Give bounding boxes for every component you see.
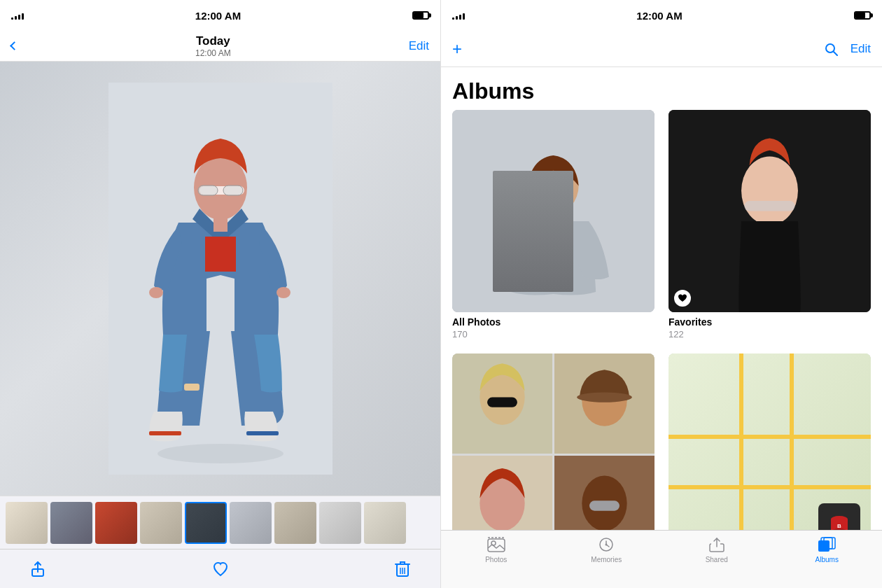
person-thumb-1 <box>452 354 552 454</box>
back-button[interactable] <box>11 43 18 49</box>
tab-shared[interactable]: Shared <box>692 536 741 564</box>
album-thumb-favorites[interactable] <box>668 110 871 312</box>
album-thumb-people[interactable] <box>452 354 654 530</box>
nav-subtitle: 12:00 AM <box>195 48 231 58</box>
left-panel: 12:00 AM Today 12:00 AM Edit <box>0 0 441 588</box>
svg-point-12 <box>276 287 290 298</box>
status-right-right <box>854 11 871 20</box>
tab-photos[interactable]: Photos <box>472 536 521 564</box>
album-places[interactable]: B Places 96 <box>668 354 871 530</box>
status-bar-left: 12:00 AM <box>0 0 440 31</box>
albums-title-section: Albums <box>441 67 882 110</box>
signal-icon-right <box>452 11 465 20</box>
thumbnail-7[interactable] <box>274 502 316 544</box>
add-button[interactable]: + <box>452 39 462 59</box>
delete-button[interactable] <box>393 559 412 579</box>
svg-point-18 <box>826 44 834 52</box>
battery-icon-left <box>412 11 429 20</box>
albums-page-title: Albums <box>452 78 871 104</box>
thumbnail-6[interactable] <box>230 502 272 544</box>
status-right-left <box>452 11 465 20</box>
tab-memories-label: Memories <box>591 556 622 564</box>
nav-title-group: Today 12:00 AM <box>195 34 231 58</box>
album-all-photos[interactable]: All Photos 170 <box>452 110 654 340</box>
album-favorites[interactable]: Favorites 122 <box>668 110 871 340</box>
status-time-left: 12:00 AM <box>195 10 241 22</box>
battery-icon-right <box>854 11 871 20</box>
tab-shared-label: Shared <box>706 556 728 564</box>
main-photo-area <box>0 62 440 496</box>
status-right-left <box>412 11 429 20</box>
svg-rect-35 <box>589 500 620 510</box>
like-button[interactable] <box>211 559 230 579</box>
thumbnail-9[interactable] <box>364 502 406 544</box>
search-button[interactable] <box>824 42 838 56</box>
search-icon <box>824 42 838 56</box>
places-map: B <box>668 354 871 530</box>
person-thumb-3 <box>452 456 552 530</box>
albums-edit-button[interactable]: Edit <box>850 42 871 56</box>
heart-filled-icon <box>678 294 687 302</box>
svg-rect-9 <box>246 431 279 435</box>
svg-rect-6 <box>214 218 227 232</box>
svg-rect-8 <box>149 431 181 435</box>
svg-rect-24 <box>744 201 794 211</box>
tab-photos-label: Photos <box>485 556 507 564</box>
thumbnail-4[interactable] <box>140 502 182 544</box>
tab-albums[interactable]: Albums <box>802 536 851 564</box>
albums-scroll[interactable]: All Photos 170 <box>441 110 882 530</box>
svg-point-30 <box>577 392 632 402</box>
thumbnail-8[interactable] <box>319 502 361 544</box>
svg-point-11 <box>149 287 163 298</box>
share-button[interactable] <box>28 559 48 579</box>
thumbnail-5[interactable] <box>185 502 227 544</box>
bottom-toolbar-left <box>0 549 440 588</box>
tab-memories[interactable]: Memories <box>582 536 631 564</box>
thumbnail-2[interactable] <box>50 502 92 544</box>
trash-icon <box>395 561 410 578</box>
albums-grid: All Photos 170 <box>452 110 871 530</box>
svg-rect-5 <box>223 186 243 195</box>
edit-button[interactable]: Edit <box>409 39 429 53</box>
nav-title: Today <box>195 34 231 48</box>
svg-rect-10 <box>184 384 200 391</box>
svg-rect-4 <box>198 186 218 195</box>
thumbnail-3[interactable] <box>95 502 137 544</box>
albums-tab-icon <box>817 536 836 553</box>
status-time-right: 12:00 AM <box>636 10 682 22</box>
svg-text:B: B <box>837 523 841 529</box>
tab-albums-label: Albums <box>816 556 839 564</box>
album-count-all-photos: 170 <box>452 329 654 340</box>
chevron-left-icon <box>10 41 19 50</box>
svg-rect-46 <box>488 539 505 552</box>
right-panel: 12:00 AM + Edit Albums <box>441 0 882 588</box>
fashion-photo-svg <box>108 83 332 475</box>
svg-point-23 <box>741 156 798 225</box>
album-name-all-photos: All Photos <box>452 316 654 328</box>
tab-bar: Photos Memories Shared <box>441 530 882 588</box>
nav-bar-left: Today 12:00 AM Edit <box>0 31 440 62</box>
heart-icon <box>212 561 229 578</box>
album-people[interactable]: People 4 <box>452 354 654 530</box>
person-thumb-4 <box>554 456 654 530</box>
status-left <box>11 11 24 20</box>
thumbnail-strip <box>0 496 440 549</box>
thumbnail-1[interactable] <box>6 502 48 544</box>
people-grid <box>452 354 654 530</box>
svg-point-49 <box>606 544 608 546</box>
albums-nav-bar: + Edit <box>441 31 882 67</box>
album-thumb-places[interactable]: B <box>668 354 871 530</box>
memories-tab-icon <box>596 536 616 553</box>
status-bar-right: 12:00 AM <box>441 0 882 31</box>
svg-rect-7 <box>205 237 236 272</box>
album-thumb-all-photos[interactable] <box>452 110 654 312</box>
map-item-badge: B <box>818 503 860 530</box>
svg-point-1 <box>158 444 284 463</box>
main-photo[interactable] <box>0 62 440 496</box>
svg-rect-20 <box>452 110 654 312</box>
share-icon <box>29 561 46 578</box>
signal-icon <box>11 11 24 20</box>
album-name-favorites: Favorites <box>668 316 871 328</box>
svg-rect-27 <box>487 398 517 407</box>
photos-tab-icon <box>486 536 506 553</box>
